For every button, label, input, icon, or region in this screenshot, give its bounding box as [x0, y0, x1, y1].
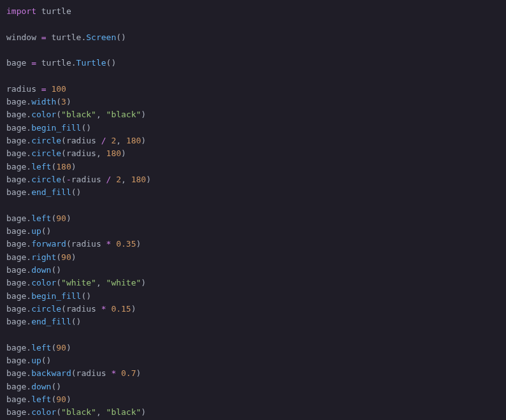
code-token: (: [56, 278, 61, 287]
code-token: ): [141, 136, 146, 145]
code-token: down: [31, 382, 51, 391]
code-token: (: [56, 97, 61, 106]
code-token: bage: [6, 407, 26, 417]
code-token: radius: [66, 148, 96, 158]
code-token: [116, 368, 121, 378]
code-line: bage.end_fill(): [6, 187, 81, 197]
code-token: circle: [31, 148, 61, 158]
code-token: (): [71, 317, 82, 326]
code-token: bage: [6, 175, 26, 184]
code-line: bage.left(180): [6, 162, 76, 171]
code-token: [101, 239, 106, 249]
code-token: ): [141, 407, 146, 417]
code-token: color: [31, 278, 56, 287]
code-token: ): [146, 175, 151, 184]
code-line: bage.down(): [6, 382, 61, 391]
code-line: bage.backward(radius * 0.7): [6, 368, 141, 378]
code-token: 180: [131, 175, 146, 184]
code-token: .: [26, 395, 31, 404]
code-token: up: [31, 356, 41, 365]
code-token: .: [26, 382, 31, 391]
code-token: circle: [31, 136, 61, 145]
code-token: bage: [6, 239, 26, 249]
code-token: (): [81, 123, 91, 133]
code-token: right: [31, 252, 56, 262]
code-token: .: [26, 317, 31, 326]
code-token: ): [141, 278, 146, 287]
code-token: .: [26, 214, 31, 223]
code-token: .: [26, 343, 31, 352]
code-token: 90: [61, 252, 71, 262]
code-token: left: [31, 343, 51, 352]
code-token: (): [81, 291, 91, 301]
code-line: bage.begin_fill(): [6, 291, 91, 301]
code-line: import turtle: [6, 6, 71, 16]
code-line: bage.circle(radius / 2, 180): [6, 136, 146, 145]
code-token: 180: [106, 148, 121, 158]
code-line: bage.circle(radius, 180): [6, 148, 126, 158]
code-token: .: [26, 278, 31, 287]
code-token: (): [51, 382, 61, 391]
code-block: import turtle window = turtle.Screen() b…: [0, 0, 506, 420]
code-token: 90: [56, 395, 66, 404]
code-token: =: [31, 58, 36, 68]
code-token: (): [41, 356, 52, 365]
code-token: import: [6, 6, 36, 16]
code-token: radius: [6, 84, 36, 94]
code-token: (: [61, 304, 66, 314]
code-line: window = turtle.Screen(): [6, 33, 126, 42]
code-token: [36, 33, 41, 42]
code-token: width: [31, 97, 56, 106]
code-token: forward: [31, 239, 66, 249]
code-token: turtle: [51, 33, 81, 42]
code-token: bage: [6, 214, 26, 223]
code-token: .: [26, 265, 31, 275]
code-token: ): [71, 162, 76, 171]
code-token: .: [26, 97, 31, 106]
code-token: (): [106, 58, 117, 68]
code-token: Turtle: [76, 58, 106, 68]
code-token: 0.7: [121, 368, 136, 378]
code-line: bage.circle(radius * 0.15): [6, 304, 136, 314]
code-token: ): [66, 214, 71, 223]
code-token: left: [31, 395, 51, 404]
code-token: (: [56, 110, 61, 119]
code-token: bage: [6, 226, 26, 236]
code-token: circle: [31, 175, 61, 184]
code-line: radius = 100: [6, 84, 66, 94]
code-token: bage: [6, 97, 26, 106]
code-token: 0.15: [111, 304, 131, 314]
code-token: ): [136, 368, 141, 378]
code-line: bage.down(): [6, 265, 61, 275]
code-token: (: [56, 252, 61, 262]
code-token: =: [41, 33, 47, 42]
code-token: 180: [126, 136, 141, 145]
code-token: (: [61, 136, 66, 145]
code-line: bage.left(90): [6, 214, 71, 223]
code-token: radius: [76, 368, 106, 378]
code-token: bage: [6, 148, 26, 158]
code-token: [101, 175, 106, 184]
code-line: bage.circle(-radius / 2, 180): [6, 175, 151, 184]
code-token: ): [121, 148, 126, 158]
code-token: 2: [116, 175, 121, 184]
code-token: (: [61, 175, 66, 184]
code-token: (: [56, 407, 61, 417]
code-token: bage: [6, 265, 26, 275]
code-token: .: [26, 304, 31, 314]
code-token: radius: [66, 304, 96, 314]
code-token: ): [66, 343, 71, 352]
code-token: [36, 84, 41, 94]
code-token: bage: [6, 110, 26, 119]
code-token: radius: [71, 239, 101, 249]
code-token: (: [71, 368, 76, 378]
code-token: 90: [56, 343, 66, 352]
code-line: bage.end_fill(): [6, 317, 81, 326]
code-token: down: [31, 265, 51, 275]
code-line: bage.up(): [6, 226, 51, 236]
code-token: .: [26, 148, 31, 158]
code-token: [96, 304, 101, 314]
code-token: .: [26, 136, 31, 145]
code-token: circle: [31, 304, 61, 314]
code-token: .: [26, 123, 31, 133]
